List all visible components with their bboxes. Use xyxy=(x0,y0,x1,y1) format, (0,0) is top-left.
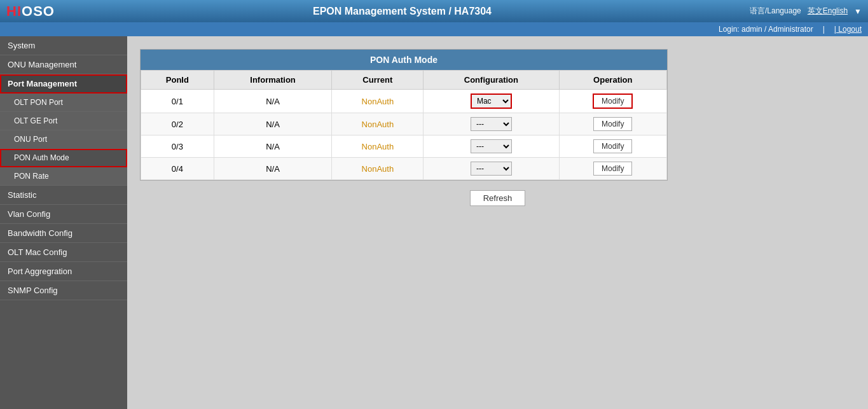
table-row: 0/4N/ANonAuthMac---LoidModify xyxy=(141,158,667,180)
sidebar-item-snmp-config[interactable]: SNMP Config xyxy=(0,281,127,300)
header-title: EPON Management System / HA7304 xyxy=(55,6,750,17)
table-row: 0/2N/ANonAuthMac---LoidModify xyxy=(141,113,667,135)
layout: System ONU Management Port Management OL… xyxy=(0,36,868,409)
cell-configuration[interactable]: Mac---Loid xyxy=(424,90,559,113)
table-header-row: PonId Information Current Configuration … xyxy=(141,71,667,90)
sidebar-item-olt-mac-config[interactable]: OLT Mac Config xyxy=(0,243,127,262)
sidebar-item-pon-auth-mode[interactable]: PON Auth Mode xyxy=(0,149,127,167)
separator: | xyxy=(823,25,825,34)
logo-text: HIOSO xyxy=(6,3,55,20)
sidebar-item-statistic[interactable]: Statistic xyxy=(0,186,127,205)
col-configuration: Configuration xyxy=(424,71,559,90)
main-content: PON Auth Mode PonId Information Current … xyxy=(127,36,868,409)
logout-link[interactable]: | Logout xyxy=(834,25,862,34)
cell-configuration[interactable]: Mac---Loid xyxy=(424,135,559,158)
cell-configuration[interactable]: Mac---Loid xyxy=(424,113,559,135)
login-text: Login: admin / Administrator xyxy=(719,25,813,34)
sidebar-item-port-aggregation[interactable]: Port Aggregration xyxy=(0,262,127,281)
cell-information: N/A xyxy=(214,113,332,135)
config-select-0_4[interactable]: Mac---Loid xyxy=(471,162,512,176)
language-label: 语言/Language xyxy=(750,6,801,17)
table-title: PON Auth Mode xyxy=(141,50,667,70)
modify-button-0_1[interactable]: Modify xyxy=(593,94,633,109)
pon-auth-mode-table: PonId Information Current Configuration … xyxy=(141,70,667,180)
col-current: Current xyxy=(332,71,424,90)
cell-ponid: 0/2 xyxy=(141,113,214,135)
cell-information: N/A xyxy=(214,135,332,158)
sidebar-item-olt-pon-port[interactable]: OLT PON Port xyxy=(0,94,127,112)
cell-current: NonAuth xyxy=(332,90,424,113)
sidebar-item-olt-ge-port[interactable]: OLT GE Port xyxy=(0,112,127,130)
sidebar-item-port-management[interactable]: Port Management xyxy=(0,74,127,94)
cell-operation[interactable]: Modify xyxy=(559,158,666,180)
pon-auth-mode-table-container: PON Auth Mode PonId Information Current … xyxy=(140,49,668,181)
header-top: HIOSO EPON Management System / HA7304 语言… xyxy=(0,0,868,22)
modify-button-0_2[interactable]: Modify xyxy=(593,117,632,131)
sidebar-item-pon-rate[interactable]: PON Rate xyxy=(0,167,127,186)
sidebar-item-system[interactable]: System xyxy=(0,36,127,55)
config-select-0_2[interactable]: Mac---Loid xyxy=(471,117,512,131)
logo: HIOSO xyxy=(6,3,55,20)
table-row: 0/1N/ANonAuthMac---LoidModify xyxy=(141,90,667,113)
cell-current: NonAuth xyxy=(332,113,424,135)
table-row: 0/3N/ANonAuthMac---LoidModify xyxy=(141,135,667,158)
col-ponid: PonId xyxy=(141,71,214,90)
cell-operation[interactable]: Modify xyxy=(559,113,666,135)
cell-current: NonAuth xyxy=(332,158,424,180)
sidebar: System ONU Management Port Management OL… xyxy=(0,36,127,409)
cell-ponid: 0/4 xyxy=(141,158,214,180)
cell-operation[interactable]: Modify xyxy=(559,135,666,158)
cell-information: N/A xyxy=(214,158,332,180)
cell-operation[interactable]: Modify xyxy=(559,90,666,113)
refresh-button[interactable]: Refresh xyxy=(470,190,526,206)
sidebar-item-vlan-config[interactable]: Vlan Config xyxy=(0,205,127,224)
sidebar-item-bandwidth-config[interactable]: Bandwidth Config xyxy=(0,224,127,243)
col-information: Information xyxy=(214,71,332,90)
cell-information: N/A xyxy=(214,90,332,113)
cell-configuration[interactable]: Mac---Loid xyxy=(424,158,559,180)
cell-current: NonAuth xyxy=(332,135,424,158)
col-operation: Operation xyxy=(559,71,666,90)
refresh-area: Refresh xyxy=(140,181,855,216)
config-select-0_3[interactable]: Mac---Loid xyxy=(471,139,512,153)
modify-button-0_3[interactable]: Modify xyxy=(593,139,632,153)
language-dropdown-icon[interactable]: ▼ xyxy=(854,7,862,16)
header-right: 语言/Language 英文English ▼ xyxy=(750,6,862,17)
cell-ponid: 0/3 xyxy=(141,135,214,158)
language-value[interactable]: 英文English xyxy=(808,6,848,17)
header-bottom: Login: admin / Administrator | | Logout xyxy=(0,22,868,36)
sidebar-item-onu-management[interactable]: ONU Management xyxy=(0,55,127,74)
cell-ponid: 0/1 xyxy=(141,90,214,113)
config-select-0_1[interactable]: Mac---Loid xyxy=(471,94,512,109)
modify-button-0_4[interactable]: Modify xyxy=(593,162,632,176)
sidebar-item-onu-port[interactable]: ONU Port xyxy=(0,130,127,149)
